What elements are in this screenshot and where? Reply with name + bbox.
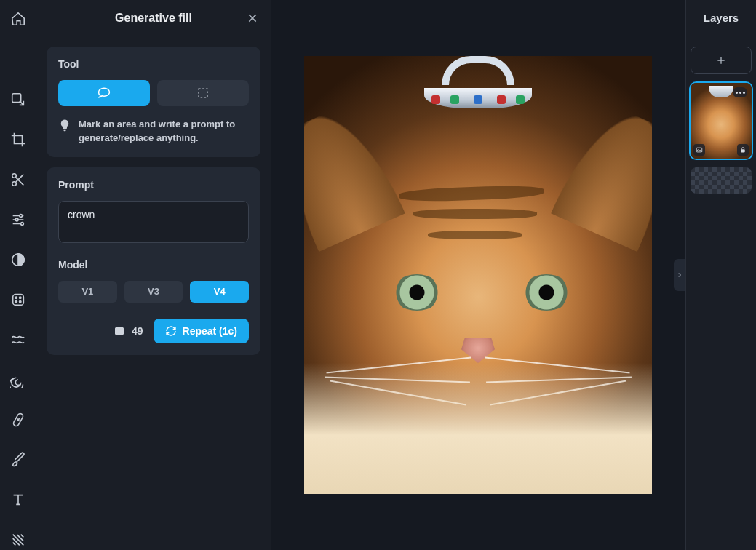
prompt-input[interactable] bbox=[58, 201, 249, 243]
liquify-icon[interactable] bbox=[8, 330, 28, 350]
tool-card: Tool Mark an area and write a prompt to … bbox=[47, 47, 260, 157]
layer-options-icon[interactable] bbox=[733, 87, 747, 97]
svg-point-9 bbox=[19, 297, 20, 298]
tool-label: Tool bbox=[58, 58, 249, 70]
crop-icon[interactable] bbox=[8, 130, 28, 150]
svg-rect-16 bbox=[741, 150, 745, 153]
prompt-card: Prompt Model V1 V3 V4 49 Repeat (1c) bbox=[47, 167, 260, 355]
left-panel: Generative fill Tool Mark an area and wr… bbox=[36, 0, 271, 550]
add-layer-button[interactable] bbox=[691, 47, 752, 74]
layer-background[interactable] bbox=[691, 167, 752, 194]
credits-value: 49 bbox=[132, 325, 143, 337]
svg-rect-7 bbox=[12, 295, 23, 306]
tool-lasso[interactable] bbox=[58, 80, 150, 106]
select-icon[interactable] bbox=[8, 90, 28, 110]
tool-marquee[interactable] bbox=[157, 80, 249, 106]
svg-point-2 bbox=[12, 182, 16, 186]
canvas-image[interactable] bbox=[304, 56, 652, 494]
svg-point-3 bbox=[19, 215, 22, 218]
repeat-button[interactable]: Repeat (1c) bbox=[154, 319, 249, 343]
panel-title: Generative fill bbox=[115, 12, 192, 25]
layer-image-icon bbox=[693, 144, 705, 156]
svg-point-10 bbox=[15, 301, 17, 303]
model-label: Model bbox=[58, 259, 249, 271]
layers-panel: Layers bbox=[685, 0, 756, 550]
model-v4[interactable]: V4 bbox=[190, 281, 249, 303]
layer-lock-icon[interactable] bbox=[737, 144, 749, 156]
tip-text: Mark an area and write a prompt to gener… bbox=[79, 118, 249, 146]
filter-icon[interactable] bbox=[8, 290, 28, 310]
svg-point-5 bbox=[20, 223, 23, 226]
expand-handle[interactable] bbox=[674, 259, 685, 291]
spiral-icon[interactable] bbox=[8, 370, 28, 390]
panel-header: Generative fill bbox=[36, 0, 271, 36]
contrast-icon[interactable] bbox=[8, 250, 28, 270]
close-icon[interactable] bbox=[244, 10, 260, 26]
brush-icon[interactable] bbox=[8, 450, 28, 470]
canvas[interactable] bbox=[271, 0, 685, 550]
lightbulb-icon bbox=[58, 119, 71, 132]
home-icon[interactable] bbox=[8, 9, 28, 28]
svg-point-8 bbox=[15, 297, 17, 298]
layers-title: Layers bbox=[686, 0, 756, 36]
model-v3[interactable]: V3 bbox=[124, 281, 183, 303]
layer-1[interactable] bbox=[691, 83, 752, 159]
prompt-label: Prompt bbox=[58, 179, 249, 191]
texture-icon[interactable] bbox=[8, 530, 28, 550]
credits-display: 49 bbox=[113, 324, 143, 338]
svg-point-11 bbox=[19, 301, 20, 303]
crown-overlay bbox=[420, 56, 536, 108]
cut-icon[interactable] bbox=[8, 170, 28, 190]
svg-point-4 bbox=[15, 219, 18, 222]
model-v1[interactable]: V1 bbox=[58, 281, 117, 303]
tool-tip: Mark an area and write a prompt to gener… bbox=[58, 118, 249, 146]
heal-icon[interactable] bbox=[8, 410, 28, 430]
icon-sidebar bbox=[0, 0, 36, 550]
repeat-icon bbox=[165, 325, 177, 337]
repeat-label: Repeat (1c) bbox=[183, 325, 237, 337]
adjust-icon[interactable] bbox=[8, 210, 28, 230]
svg-point-1 bbox=[12, 174, 16, 178]
credits-icon bbox=[113, 324, 126, 338]
svg-rect-13 bbox=[199, 89, 207, 97]
text-icon[interactable] bbox=[8, 490, 28, 510]
